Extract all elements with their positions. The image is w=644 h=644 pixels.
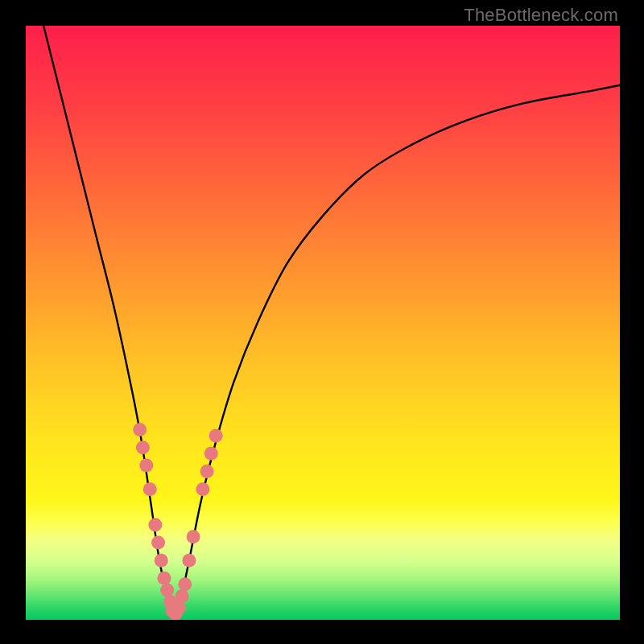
highlight-dot bbox=[148, 518, 162, 531]
highlight-dot bbox=[204, 447, 218, 460]
bottleneck-curve bbox=[43, 26, 620, 620]
plot-area bbox=[26, 26, 620, 620]
highlight-dot bbox=[151, 536, 165, 550]
highlight-dot bbox=[172, 601, 186, 615]
highlight-dot bbox=[139, 459, 153, 473]
highlight-dot bbox=[175, 589, 189, 603]
highlight-dots bbox=[133, 423, 222, 620]
highlight-dot bbox=[136, 440, 150, 454]
curve-layer bbox=[26, 26, 620, 620]
highlight-dot bbox=[209, 429, 223, 443]
highlight-dot bbox=[133, 423, 147, 436]
highlight-dot bbox=[196, 482, 209, 496]
watermark-text: TheBottleneck.com bbox=[464, 5, 618, 26]
highlight-dot bbox=[200, 464, 214, 478]
highlight-dot bbox=[157, 572, 171, 585]
chart-frame: TheBottleneck.com bbox=[0, 0, 644, 644]
highlight-dot bbox=[182, 554, 196, 568]
highlight-dot bbox=[155, 554, 168, 568]
highlight-dot bbox=[143, 482, 157, 496]
highlight-dot bbox=[178, 577, 192, 591]
highlight-dot bbox=[160, 584, 174, 597]
highlight-dot bbox=[187, 530, 200, 543]
